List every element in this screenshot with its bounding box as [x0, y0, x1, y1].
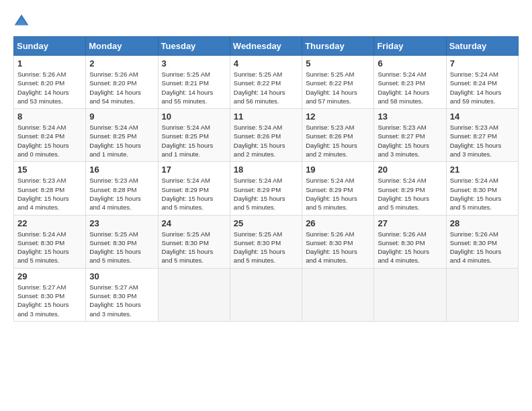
day-info: Sunrise: 5:23 AM Sunset: 8:28 PM Dayligh…: [17, 176, 82, 212]
calendar-day-cell: 13Sunrise: 5:23 AM Sunset: 8:27 PM Dayli…: [374, 109, 446, 162]
day-info: Sunrise: 5:24 AM Sunset: 8:29 PM Dayligh…: [378, 176, 442, 212]
day-number: 5: [306, 58, 370, 68]
day-number: 22: [17, 218, 82, 228]
day-number: 3: [162, 58, 226, 68]
calendar-day-cell: 12Sunrise: 5:23 AM Sunset: 8:26 PM Dayli…: [302, 109, 374, 162]
day-number: 18: [234, 165, 298, 175]
day-header-row: SundayMondayTuesdayWednesdayThursdayFrid…: [14, 37, 519, 56]
day-info: Sunrise: 5:27 AM Sunset: 8:30 PM Dayligh…: [89, 283, 154, 318]
calendar-day-cell: 5Sunrise: 5:25 AM Sunset: 8:22 PM Daylig…: [302, 56, 374, 109]
day-info: Sunrise: 5:26 AM Sunset: 8:30 PM Dayligh…: [378, 230, 442, 265]
calendar-day-cell: [374, 268, 446, 321]
page-header: [13, 13, 519, 30]
calendar-day-cell: [446, 268, 518, 321]
calendar-week-row: 22Sunrise: 5:24 AM Sunset: 8:30 PM Dayli…: [14, 215, 519, 268]
day-number: 12: [306, 111, 370, 122]
day-info: Sunrise: 5:24 AM Sunset: 8:30 PM Dayligh…: [450, 176, 515, 212]
calendar-day-cell: 6Sunrise: 5:24 AM Sunset: 8:23 PM Daylig…: [374, 56, 446, 109]
calendar-day-cell: 8Sunrise: 5:24 AM Sunset: 8:24 PM Daylig…: [14, 109, 86, 162]
calendar-week-row: 29Sunrise: 5:27 AM Sunset: 8:30 PM Dayli…: [14, 268, 519, 321]
calendar-day-cell: 28Sunrise: 5:26 AM Sunset: 8:30 PM Dayli…: [446, 215, 518, 268]
day-info: Sunrise: 5:26 AM Sunset: 8:20 PM Dayligh…: [17, 70, 82, 105]
day-number: 21: [450, 165, 515, 175]
calendar-day-cell: 9Sunrise: 5:24 AM Sunset: 8:25 PM Daylig…: [86, 109, 158, 162]
day-number: 24: [162, 218, 226, 228]
day-number: 8: [17, 111, 82, 122]
calendar-day-cell: 25Sunrise: 5:25 AM Sunset: 8:30 PM Dayli…: [230, 215, 302, 268]
day-number: 16: [89, 165, 154, 175]
day-number: 27: [378, 218, 442, 228]
day-number: 1: [17, 58, 82, 68]
day-info: Sunrise: 5:25 AM Sunset: 8:30 PM Dayligh…: [162, 230, 226, 265]
day-of-week-header: Wednesday: [230, 37, 302, 56]
calendar-day-cell: 26Sunrise: 5:26 AM Sunset: 8:30 PM Dayli…: [302, 215, 374, 268]
day-info: Sunrise: 5:26 AM Sunset: 8:30 PM Dayligh…: [306, 230, 370, 265]
calendar-day-cell: 18Sunrise: 5:24 AM Sunset: 8:29 PM Dayli…: [230, 162, 302, 215]
calendar-day-cell: 2Sunrise: 5:26 AM Sunset: 8:20 PM Daylig…: [86, 56, 158, 109]
day-info: Sunrise: 5:24 AM Sunset: 8:26 PM Dayligh…: [234, 123, 298, 158]
day-number: 23: [89, 218, 154, 228]
day-info: Sunrise: 5:24 AM Sunset: 8:23 PM Dayligh…: [378, 70, 442, 105]
calendar-day-cell: 23Sunrise: 5:25 AM Sunset: 8:30 PM Dayli…: [86, 215, 158, 268]
day-info: Sunrise: 5:24 AM Sunset: 8:24 PM Dayligh…: [17, 123, 82, 158]
calendar-day-cell: 3Sunrise: 5:25 AM Sunset: 8:21 PM Daylig…: [158, 56, 230, 109]
calendar-day-cell: 7Sunrise: 5:24 AM Sunset: 8:24 PM Daylig…: [446, 56, 518, 109]
calendar-week-row: 15Sunrise: 5:23 AM Sunset: 8:28 PM Dayli…: [14, 162, 519, 215]
calendar-day-cell: 19Sunrise: 5:24 AM Sunset: 8:29 PM Dayli…: [302, 162, 374, 215]
calendar-day-cell: 17Sunrise: 5:24 AM Sunset: 8:29 PM Dayli…: [158, 162, 230, 215]
logo: [13, 13, 31, 30]
day-number: 29: [17, 271, 82, 281]
day-info: Sunrise: 5:24 AM Sunset: 8:24 PM Dayligh…: [450, 70, 515, 105]
day-of-week-header: Tuesday: [158, 37, 230, 56]
day-info: Sunrise: 5:25 AM Sunset: 8:22 PM Dayligh…: [306, 70, 370, 105]
day-number: 14: [450, 111, 515, 122]
day-number: 11: [234, 111, 298, 122]
day-info: Sunrise: 5:26 AM Sunset: 8:30 PM Dayligh…: [450, 230, 515, 265]
calendar-day-cell: 21Sunrise: 5:24 AM Sunset: 8:30 PM Dayli…: [446, 162, 518, 215]
day-info: Sunrise: 5:24 AM Sunset: 8:29 PM Dayligh…: [306, 176, 370, 212]
day-info: Sunrise: 5:24 AM Sunset: 8:29 PM Dayligh…: [162, 176, 226, 212]
day-info: Sunrise: 5:27 AM Sunset: 8:30 PM Dayligh…: [17, 283, 82, 318]
day-info: Sunrise: 5:24 AM Sunset: 8:25 PM Dayligh…: [89, 123, 154, 158]
day-number: 4: [234, 58, 298, 68]
logo-icon: [13, 13, 30, 30]
calendar-day-cell: 16Sunrise: 5:23 AM Sunset: 8:28 PM Dayli…: [86, 162, 158, 215]
calendar-day-cell: 4Sunrise: 5:25 AM Sunset: 8:22 PM Daylig…: [230, 56, 302, 109]
calendar-day-cell: 30Sunrise: 5:27 AM Sunset: 8:30 PM Dayli…: [86, 268, 158, 321]
calendar-day-cell: 22Sunrise: 5:24 AM Sunset: 8:30 PM Dayli…: [14, 215, 86, 268]
day-number: 25: [234, 218, 298, 228]
day-info: Sunrise: 5:25 AM Sunset: 8:21 PM Dayligh…: [162, 70, 226, 105]
day-number: 30: [89, 271, 154, 281]
calendar-day-cell: [158, 268, 230, 321]
day-of-week-header: Thursday: [302, 37, 374, 56]
day-info: Sunrise: 5:24 AM Sunset: 8:30 PM Dayligh…: [17, 230, 82, 265]
day-of-week-header: Friday: [374, 37, 446, 56]
day-of-week-header: Saturday: [446, 37, 518, 56]
day-number: 2: [89, 58, 154, 68]
calendar-day-cell: 1Sunrise: 5:26 AM Sunset: 8:20 PM Daylig…: [14, 56, 86, 109]
calendar-day-cell: 20Sunrise: 5:24 AM Sunset: 8:29 PM Dayli…: [374, 162, 446, 215]
day-info: Sunrise: 5:24 AM Sunset: 8:25 PM Dayligh…: [162, 123, 226, 158]
day-number: 6: [378, 58, 442, 68]
calendar-day-cell: 14Sunrise: 5:23 AM Sunset: 8:27 PM Dayli…: [446, 109, 518, 162]
day-info: Sunrise: 5:23 AM Sunset: 8:28 PM Dayligh…: [89, 176, 154, 212]
day-number: 9: [89, 111, 154, 122]
day-number: 19: [306, 165, 370, 175]
day-info: Sunrise: 5:23 AM Sunset: 8:26 PM Dayligh…: [306, 123, 370, 158]
day-of-week-header: Monday: [86, 37, 158, 56]
calendar-day-cell: 11Sunrise: 5:24 AM Sunset: 8:26 PM Dayli…: [230, 109, 302, 162]
day-number: 20: [378, 165, 442, 175]
calendar-day-cell: 10Sunrise: 5:24 AM Sunset: 8:25 PM Dayli…: [158, 109, 230, 162]
day-number: 26: [306, 218, 370, 228]
day-number: 7: [450, 58, 515, 68]
calendar-table: SundayMondayTuesdayWednesdayThursdayFrid…: [13, 36, 519, 322]
day-info: Sunrise: 5:25 AM Sunset: 8:30 PM Dayligh…: [234, 230, 298, 265]
calendar-day-cell: 15Sunrise: 5:23 AM Sunset: 8:28 PM Dayli…: [14, 162, 86, 215]
day-number: 17: [162, 165, 226, 175]
day-info: Sunrise: 5:26 AM Sunset: 8:20 PM Dayligh…: [89, 70, 154, 105]
day-info: Sunrise: 5:25 AM Sunset: 8:30 PM Dayligh…: [89, 230, 154, 265]
day-number: 13: [378, 111, 442, 122]
day-info: Sunrise: 5:23 AM Sunset: 8:27 PM Dayligh…: [378, 123, 442, 158]
day-info: Sunrise: 5:24 AM Sunset: 8:29 PM Dayligh…: [234, 176, 298, 212]
calendar-day-cell: [302, 268, 374, 321]
